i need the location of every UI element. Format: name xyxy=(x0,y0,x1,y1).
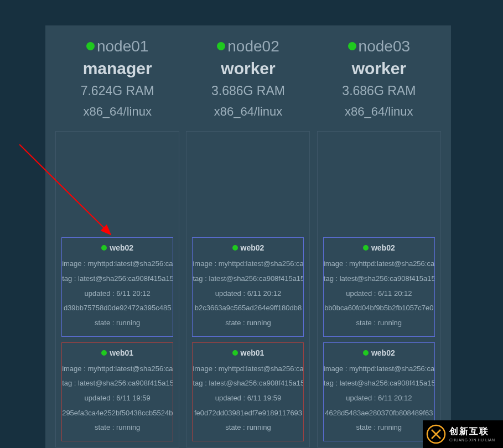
node-ram-label: 7.624G RAM xyxy=(81,80,154,102)
container-state: state : running xyxy=(193,316,303,331)
node-column-node02: node02 worker 3.686G RAM x86_64/linux we… xyxy=(186,35,310,447)
container-updated: updated : 6/11 20:12 xyxy=(324,286,434,301)
container-tag: tag : latest@sha256:ca908f415a15 xyxy=(193,272,303,286)
node-header: node01 manager 7.624G RAM x86_64/linux xyxy=(81,35,154,121)
container-tag: tag : latest@sha256:ca908f415a15 xyxy=(324,376,434,391)
container-name-label: web02 xyxy=(241,243,265,252)
container-hash: 4628d5483ae280370fb808489f63 xyxy=(324,406,434,421)
container-name-label: web01 xyxy=(110,348,133,357)
status-dot-icon xyxy=(101,350,107,356)
status-dot-icon xyxy=(232,245,238,251)
watermark-en-label: CHUANG XIN HU LIAN xyxy=(449,437,495,442)
container-name: web01 xyxy=(62,348,173,357)
node-name-label: node02 xyxy=(227,35,279,57)
container-updated: updated : 6/11 20:12 xyxy=(193,286,303,301)
container-state: state : running xyxy=(324,420,434,435)
container-hash: fe0d72dd03981edf7e9189117693 xyxy=(193,406,303,421)
node-arch-label: x86_64/linux xyxy=(211,102,285,121)
node-name-label: node03 xyxy=(359,35,410,57)
container-name-label: web02 xyxy=(110,243,133,252)
watermark-cn-label: 创新互联 xyxy=(449,426,495,437)
node-column-node01: node01 manager 7.624G RAM x86_64/linux w… xyxy=(55,35,179,447)
container-state: state : running xyxy=(324,316,434,331)
container-image: image : myhttpd:latest@sha256:ca xyxy=(193,257,303,272)
container-state: state : running xyxy=(62,316,173,331)
container-name: web02 xyxy=(62,243,173,252)
container-card[interactable]: web02 image : myhttpd:latest@sha256:ca t… xyxy=(192,237,304,336)
container-image: image : myhttpd:latest@sha256:ca xyxy=(193,362,303,377)
container-updated: updated : 6/11 20:12 xyxy=(324,391,434,406)
container-name-label: web02 xyxy=(371,243,395,252)
status-dot-icon xyxy=(232,350,238,356)
node-ram-label: 3.686G RAM xyxy=(342,80,416,102)
container-card[interactable]: web01 image : myhttpd:latest@sha256:ca t… xyxy=(61,342,173,441)
containers-box: web02 image : myhttpd:latest@sha256:ca t… xyxy=(317,131,441,447)
container-name: web01 xyxy=(193,348,303,357)
containers-box: web02 image : myhttpd:latest@sha256:ca t… xyxy=(55,131,179,447)
node-header: node02 worker 3.686G RAM x86_64/linux xyxy=(211,35,285,121)
container-name: web02 xyxy=(193,243,303,252)
container-hash: d39bb75758d0de92472a395c485 xyxy=(62,301,173,316)
container-tag: tag : latest@sha256:ca908f415a15 xyxy=(324,272,434,286)
node-column-node03: node03 worker 3.686G RAM x86_64/linux we… xyxy=(317,35,441,447)
container-hash: bb0bca60fd04bf9b5b2fb1057c7e0 xyxy=(324,301,434,316)
status-dot-icon xyxy=(86,42,95,50)
node-role-label: worker xyxy=(342,57,416,80)
node-title: node01 xyxy=(81,35,154,57)
watermark: 创新互联 CHUANG XIN HU LIAN xyxy=(423,420,503,448)
node-header: node03 worker 3.686G RAM x86_64/linux xyxy=(342,35,416,121)
container-state: state : running xyxy=(62,420,173,435)
container-hash: 295efa3ca4e252bf50438ccb5524b xyxy=(62,406,173,421)
status-dot-icon xyxy=(363,350,369,356)
status-dot-icon xyxy=(217,42,225,50)
container-card[interactable]: web01 image : myhttpd:latest@sha256:ca t… xyxy=(192,342,304,441)
container-tag: tag : latest@sha256:ca908f415a15 xyxy=(193,376,303,391)
node-name-label: node01 xyxy=(97,35,148,57)
container-name: web02 xyxy=(324,348,434,357)
watermark-logo-icon xyxy=(426,424,446,444)
container-tag: tag : latest@sha256:ca908f415a15 xyxy=(62,376,173,391)
status-dot-icon xyxy=(101,245,107,251)
container-name: web02 xyxy=(324,243,434,252)
container-image: image : myhttpd:latest@sha256:ca xyxy=(62,362,173,377)
container-card[interactable]: web02 image : myhttpd:latest@sha256:ca t… xyxy=(61,237,173,336)
node-ram-label: 3.686G RAM xyxy=(211,80,285,102)
container-tag: tag : latest@sha256:ca908f415a15 xyxy=(62,272,173,286)
container-image: image : myhttpd:latest@sha256:ca xyxy=(62,257,173,272)
status-dot-icon xyxy=(363,245,369,251)
node-title: node03 xyxy=(342,35,416,57)
containers-box: web02 image : myhttpd:latest@sha256:ca t… xyxy=(186,131,310,447)
main-panel: node01 manager 7.624G RAM x86_64/linux w… xyxy=(45,25,451,448)
status-dot-icon xyxy=(348,42,356,50)
node-role-label: worker xyxy=(211,57,285,80)
container-hash: b2c3663a9c565ad264e9ff180db8 xyxy=(193,301,303,316)
container-updated: updated : 6/11 19:59 xyxy=(62,391,173,406)
container-card[interactable]: web02 image : myhttpd:latest@sha256:ca t… xyxy=(323,342,435,441)
container-state: state : running xyxy=(193,420,303,435)
watermark-text: 创新互联 CHUANG XIN HU LIAN xyxy=(449,426,495,442)
container-card[interactable]: web02 image : myhttpd:latest@sha256:ca t… xyxy=(323,237,435,336)
container-updated: updated : 6/11 20:12 xyxy=(62,286,173,301)
node-title: node02 xyxy=(211,35,285,57)
container-image: image : myhttpd:latest@sha256:ca xyxy=(324,362,434,377)
nodes-container: node01 manager 7.624G RAM x86_64/linux w… xyxy=(45,25,451,448)
container-name-label: web01 xyxy=(241,348,265,357)
container-name-label: web02 xyxy=(371,348,395,357)
node-role-label: manager xyxy=(81,57,154,80)
node-arch-label: x86_64/linux xyxy=(342,102,416,121)
container-updated: updated : 6/11 19:59 xyxy=(193,391,303,406)
node-arch-label: x86_64/linux xyxy=(81,102,154,121)
container-image: image : myhttpd:latest@sha256:ca xyxy=(324,257,434,272)
